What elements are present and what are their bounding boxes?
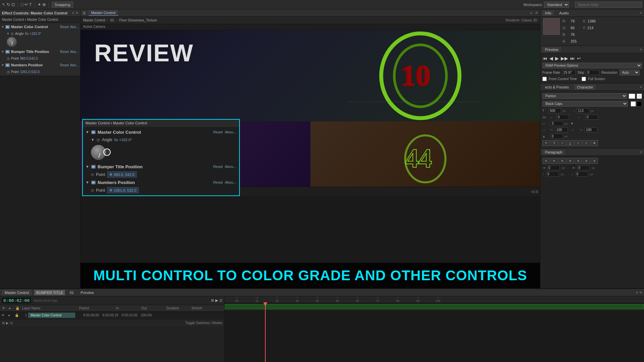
style-btn-caps[interactable]: T <box>558 140 566 146</box>
scale-v-input[interactable] <box>585 127 597 132</box>
swatch-black[interactable] <box>637 101 642 107</box>
snapping-button[interactable]: Snapping <box>52 2 73 8</box>
space-after-input[interactable] <box>575 172 588 177</box>
breadcrumb-item-1[interactable]: Master Control <box>83 18 105 22</box>
rotation-tool-icon[interactable]: ↻ <box>7 2 10 7</box>
overlay-master-about[interactable]: Abou... <box>225 130 236 134</box>
tab-character[interactable]: Character <box>574 84 596 90</box>
kerning-input[interactable] <box>556 115 569 120</box>
overlay-master-reset[interactable]: Reset <box>213 130 223 134</box>
comp-tab-master[interactable]: Master Control <box>89 10 118 16</box>
justify-left-btn[interactable]: ≡ <box>567 158 574 164</box>
prev-frame-btn[interactable]: ◀ <box>549 55 553 61</box>
last-frame-btn[interactable]: ⏭ <box>570 55 575 61</box>
black-caps-select[interactable]: Black Caps <box>542 101 628 107</box>
footer-icon-3[interactable]: ⊡ <box>10 321 13 325</box>
skip-input[interactable] <box>586 70 599 75</box>
overlay-bumper-stopwatch[interactable]: ◷ <box>91 173 94 176</box>
angle-value[interactable]: 0x +102.0° <box>25 32 41 36</box>
overlay-bumper-point-value[interactable]: ⊕ 960.0, 542.0 <box>107 171 137 178</box>
full-screen-checkbox[interactable] <box>582 77 586 81</box>
indent-after-input[interactable] <box>577 165 590 170</box>
tab-effects-presets[interactable]: ects & Presets <box>542 84 572 90</box>
font-style-btn-white[interactable]: □ <box>637 94 642 99</box>
indent-before-input[interactable] <box>547 165 560 170</box>
style-btn-super[interactable]: T <box>575 140 582 146</box>
align-left-btn[interactable]: ≡ <box>542 158 550 164</box>
style-btn-strikethrough[interactable]: T <box>591 140 598 146</box>
bumper-stopwatch-icon[interactable]: ◷ <box>7 57 10 60</box>
align-center-btn[interactable]: ≡ <box>550 158 558 164</box>
style-btn-italic[interactable]: T <box>550 140 558 146</box>
camera-tool-icon[interactable]: ⊡ <box>11 2 15 7</box>
bumper-expand-icon[interactable]: ▼ <box>1 50 4 53</box>
master-color-expand-icon[interactable]: ▼ <box>1 25 4 28</box>
align-right-btn[interactable]: ≡ <box>558 158 566 164</box>
overlay-bumper-reset[interactable]: Reset <box>213 165 223 169</box>
timeline-bar-area[interactable] <box>225 303 644 362</box>
overlay-angle-stopwatch-icon[interactable]: ◷ <box>97 138 100 142</box>
preview-panel-menu-icon[interactable]: ≡ <box>640 48 642 51</box>
style-btn-bold[interactable]: T <box>542 140 550 146</box>
tab-paragraph[interactable]: Paragraph <box>542 149 565 155</box>
timeline-panel-menu-icon[interactable]: ≡ <box>636 291 638 294</box>
loop-btn[interactable]: ↩ <box>577 55 581 61</box>
timeline-ctrl-icon-2[interactable]: ▶ <box>215 298 218 303</box>
timeline-panel-close-icon[interactable]: ✕ <box>639 291 642 294</box>
tracking-input[interactable] <box>585 115 598 120</box>
angle-dial[interactable] <box>7 37 17 47</box>
stroke-input[interactable] <box>550 121 563 126</box>
angle-expand-icon[interactable]: ▼ <box>7 32 9 35</box>
layer-bar-1[interactable] <box>225 304 644 309</box>
timeline-tab-preview[interactable]: Preview <box>78 290 96 295</box>
justify-all-btn[interactable]: ≡ <box>591 158 598 164</box>
panel-close-icon[interactable]: ✕ <box>75 11 78 15</box>
paragraph-panel-menu-icon[interactable]: ≡ <box>640 150 642 154</box>
breadcrumb-item-2[interactable]: 01 <box>110 18 114 22</box>
layer-visibility-icon[interactable]: 👁 <box>1 313 7 317</box>
master-color-reset[interactable]: Reset <box>60 25 69 29</box>
resolution-select[interactable]: Auto <box>620 70 640 75</box>
overlay-numbers-about[interactable]: Abou... <box>225 180 236 184</box>
stroke-dropdown[interactable]: ▼ <box>571 122 574 125</box>
swatch-white[interactable] <box>631 101 636 107</box>
comp-panel-close-icon[interactable]: ✕ <box>535 11 538 15</box>
timeline-tab-01[interactable]: 01 <box>68 290 76 295</box>
playhead[interactable] <box>265 303 266 362</box>
overlay-dial[interactable] <box>91 145 106 160</box>
timeline-tab-master[interactable]: Master Control <box>2 290 32 295</box>
numbers-about[interactable]: Abo... <box>70 63 79 67</box>
angle-stopwatch-icon[interactable]: ◷ <box>11 32 14 36</box>
panel-menu-icon[interactable]: ≡ <box>72 11 74 15</box>
overlay-numbers-reset[interactable]: Reset <box>213 180 223 184</box>
layer-lock-icon[interactable]: 🔒 <box>15 313 20 317</box>
from-current-checkbox[interactable] <box>542 77 547 81</box>
numbers-reset[interactable]: Reset <box>60 63 69 67</box>
overlay-bumper-about[interactable]: Abou... <box>225 165 236 169</box>
select-tool-icon[interactable]: ↖ <box>2 2 6 7</box>
baseline-input[interactable] <box>550 134 563 139</box>
brush-tool-icon[interactable]: ✦ <box>38 2 41 7</box>
overlay-numbers-point-value[interactable]: ⊕ 1061.0, 532.0 <box>107 187 139 193</box>
numbers-stopwatch-icon[interactable]: ◷ <box>7 70 10 74</box>
justify-center-btn[interactable]: ≡ <box>575 158 582 164</box>
footer-icon-2[interactable]: ▶ <box>6 321 9 325</box>
style-btn-sub[interactable]: T <box>583 140 590 146</box>
pen-tool-icon[interactable]: ✏ <box>24 2 28 7</box>
numbers-expand-icon[interactable]: ▼ <box>1 64 4 67</box>
overlay-numbers-expand-icon[interactable]: ▼ <box>86 180 89 184</box>
toggle-switches-label[interactable]: Toggle Switches / Modes <box>185 321 222 325</box>
layer-solo-icon[interactable]: ● <box>8 313 13 317</box>
scale-h-input[interactable] <box>555 127 568 132</box>
numbers-point-value[interactable]: 1061.0,532.0 <box>20 70 40 74</box>
overlay-angle-value[interactable]: 0x +102.0° <box>114 138 132 142</box>
type-tool-icon[interactable]: T <box>29 2 32 7</box>
master-color-about[interactable]: Abo... <box>70 25 79 29</box>
mask-tool-icon[interactable]: □ <box>21 2 23 7</box>
bumper-title-about[interactable]: Abo... <box>70 50 79 54</box>
workspace-select[interactable]: Standard <box>544 2 569 8</box>
justify-right-btn[interactable]: ≡ <box>583 158 590 164</box>
char-panel-menu-icon[interactable]: ≡ <box>640 85 642 89</box>
font-size-input[interactable] <box>548 108 561 113</box>
comp-panel-menu-icon[interactable]: ≡ <box>530 11 532 15</box>
